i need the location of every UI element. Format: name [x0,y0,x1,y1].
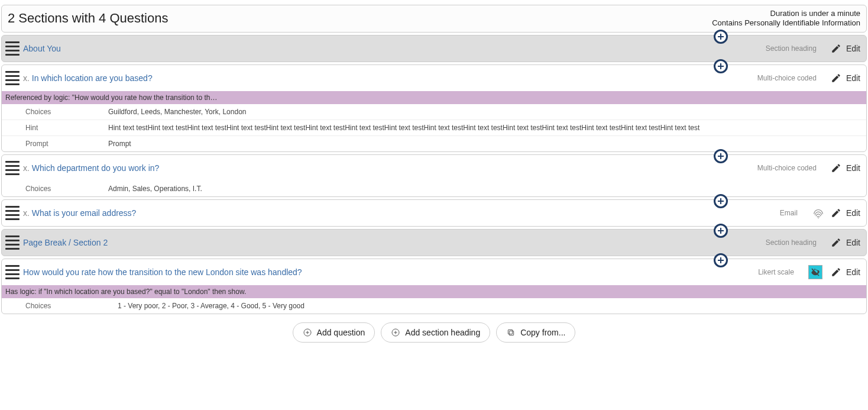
pencil-icon [831,237,841,248]
meta-val-choices: Guildford, Leeds, Manchester, York, Lond… [108,108,247,116]
section-row-page-break: Page Break / Section 2 Section heading E… [1,229,867,256]
survey-title: 2 Sections with 4 Questions [8,11,168,26]
question-prefix: x. [23,208,30,218]
drag-handle-icon[interactable] [5,265,20,279]
meta-label-hint: Hint [25,124,108,132]
meta-val-choices: 1 - Very poor, 2 - Poor, 3 - Average, 4 … [108,302,305,310]
question-prefix: x. [23,163,30,173]
row-type-label: Email [780,209,798,217]
copy-icon [506,328,516,337]
visibility-off-icon [810,267,821,277]
section-title: Page Break / Section 2 [23,238,108,247]
drag-handle-icon[interactable] [5,235,20,250]
drag-handle-icon[interactable] [5,206,20,220]
question-row-location: x. In which location are you based? Mult… [1,64,867,152]
pencil-icon [831,208,841,218]
question-row-email: x. What is your email address? Email Edi… [1,199,867,227]
question-text: What is your email address? [32,208,137,218]
add-above-button[interactable] [714,59,728,73]
survey-duration: Duration is under a minute [712,9,860,18]
add-question-button[interactable]: Add question [293,322,375,343]
add-section-label: Add section heading [405,328,480,337]
edit-button[interactable]: Edit [831,73,860,83]
row-type-label: Multi-choice coded [757,164,817,172]
copy-from-label: Copy from... [520,328,565,337]
row-type-label: Section heading [766,238,817,247]
page-break-label: Page Break [23,238,66,247]
question-row-transition-rating: How would you rate how the transition to… [1,259,867,314]
edit-button[interactable]: Edit [831,43,860,54]
svg-rect-3 [509,330,513,334]
logic-reference-banner: Referenced by logic: "How would you rate… [2,91,866,104]
edit-label: Edit [846,73,860,83]
edit-button[interactable]: Edit [831,267,860,277]
pencil-icon [831,163,841,173]
pencil-icon [831,43,841,54]
edit-button[interactable]: Edit [831,237,860,248]
section-2-label: Section 2 [73,238,108,247]
pencil-icon [831,73,841,83]
edit-button[interactable]: Edit [831,208,860,218]
edit-label: Edit [846,208,860,218]
add-question-label: Add question [317,328,365,337]
edit-label: Edit [846,238,860,247]
copy-from-button[interactable]: Copy from... [496,322,575,343]
question-title: x. Which department do you work in? [23,163,159,173]
survey-pii: Contains Personally Identifiable Informa… [712,18,860,28]
row-type-label: Multi-choice coded [757,74,817,82]
edit-label: Edit [846,44,860,53]
meta-val-hint: Hint text testHint text testHint text te… [108,124,699,132]
visibility-off-badge[interactable] [808,265,822,279]
plus-circle-icon [391,328,400,337]
page-break-sep: / [66,238,73,247]
question-text: How would you rate how the transition to… [23,267,302,277]
plus-circle-icon [303,328,312,337]
meta-label-choices: Choices [25,302,108,310]
survey-header: 2 Sections with 4 Questions Duration is … [1,5,867,33]
add-above-button[interactable] [714,194,728,208]
meta-label-choices: Choices [25,108,108,116]
fingerprint-icon [812,206,825,219]
add-above-button[interactable] [714,149,728,163]
question-title: How would you rate how the transition to… [23,267,302,277]
question-title: x. What is your email address? [23,208,136,218]
pencil-icon [831,267,841,277]
question-text: In which location are you based? [32,73,153,83]
edit-label: Edit [846,267,860,277]
section-row-about-you: About You Section heading Edit [1,35,867,62]
question-row-department: x. Which department do you work in? Mult… [1,154,867,197]
add-section-heading-button[interactable]: Add section heading [381,322,490,343]
edit-label: Edit [846,163,860,173]
question-meta: Choices1 - Very poor, 2 - Poor, 3 - Aver… [2,298,866,314]
question-prefix: x. [23,73,30,83]
footer-actions: Add question Add section heading Copy fr… [1,322,867,343]
section-title: About You [23,44,61,53]
row-type-label: Likert scale [758,268,794,276]
survey-meta: Duration is under a minute Contains Pers… [712,9,860,28]
question-meta: ChoicesGuildford, Leeds, Manchester, Yor… [2,104,866,151]
drag-handle-icon[interactable] [5,41,20,56]
svg-rect-2 [510,331,514,335]
drag-handle-icon[interactable] [5,161,20,175]
question-meta: ChoicesAdmin, Sales, Operations, I.T. [2,181,866,196]
add-above-button[interactable] [714,253,728,267]
meta-label-prompt: Prompt [25,140,108,148]
edit-button[interactable]: Edit [831,163,860,173]
meta-label-choices: Choices [25,185,108,193]
logic-banner: Has logic: if "In which location are you… [2,285,866,298]
add-above-button[interactable] [714,224,728,238]
add-above-button[interactable] [714,30,728,44]
drag-handle-icon[interactable] [5,71,20,85]
meta-val-choices: Admin, Sales, Operations, I.T. [108,185,202,193]
meta-val-prompt: Prompt [108,140,131,148]
question-title: x. In which location are you based? [23,73,153,83]
question-text: Which department do you work in? [32,163,160,173]
row-type-label: Section heading [766,44,817,53]
